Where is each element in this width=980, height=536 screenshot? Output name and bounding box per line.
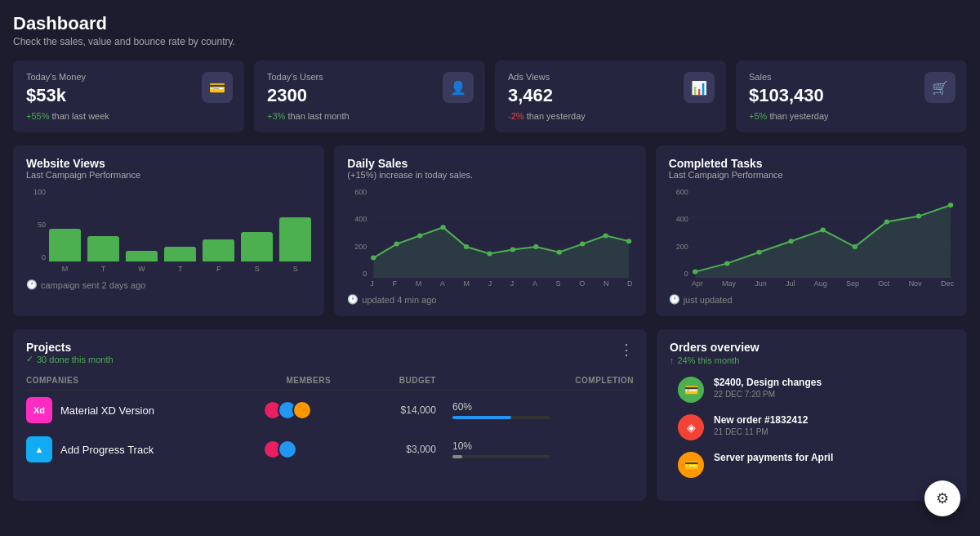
page-title: Dashboard <box>13 13 967 34</box>
daily-sales-title: Daily Sales <box>347 157 632 170</box>
bar-item <box>126 251 158 262</box>
col-companies: COMPANIES <box>26 371 263 391</box>
bottom-row: Projects ✓ 30 done this month ⋮ COMPANIE… <box>13 329 967 501</box>
month-label: M <box>463 279 470 288</box>
gear-icon: ⚙ <box>936 489 949 507</box>
company-icon: Xd <box>26 397 52 423</box>
month-label: Jul <box>786 279 795 288</box>
projects-header: Projects ✓ 30 done this month ⋮ <box>26 341 634 364</box>
svg-point-14 <box>604 233 608 238</box>
month-label: S <box>556 279 561 288</box>
bar-item <box>164 247 196 261</box>
bar-item <box>49 229 81 262</box>
website-views-card: Website Views Last Campaign Performance … <box>13 145 324 316</box>
bar-x-labels: MTWTFSS <box>26 265 311 273</box>
bar-x-label: T <box>87 265 119 273</box>
svg-point-25 <box>852 244 857 249</box>
month-label: Jun <box>755 279 767 288</box>
settings-fab[interactable]: ⚙ <box>924 480 960 516</box>
order-date: 21 DEC 11 PM <box>714 427 954 436</box>
month-label: Nov <box>909 279 922 288</box>
svg-point-27 <box>915 214 920 219</box>
month-label: A <box>532 279 537 288</box>
bar-y-labels: 100500 <box>26 188 46 261</box>
bar-x-label: W <box>126 265 158 273</box>
change-pct-money: +55% <box>26 111 49 121</box>
stat-card-sales: Sales $103,430 +5% than yesterday 🛒 <box>736 60 967 132</box>
month-label: Apr <box>692 279 703 288</box>
order-item: 💳 $2400, Design changes 22 DEC 7:20 PM <box>678 377 954 403</box>
month-label: F <box>392 279 397 288</box>
change-label-users: than last month <box>287 111 349 121</box>
bar-item <box>241 232 273 261</box>
website-views-subtitle: Last Campaign Performance <box>26 170 311 180</box>
completed-tasks-chart: 6004002000 <box>669 188 954 278</box>
month-label: May <box>722 279 736 288</box>
order-info: $2400, Design changes 22 DEC 7:20 PM <box>714 377 954 399</box>
month-label: A <box>440 279 445 288</box>
bar-x-label: S <box>279 265 311 273</box>
order-name: $2400, Design changes <box>714 377 954 388</box>
stat-label-money: Today's Money <box>26 72 231 82</box>
bar-x-label: T <box>164 265 196 273</box>
daily-sales-subtitle: (+15%) increase in today sales. <box>347 170 632 180</box>
svg-point-21 <box>724 261 729 266</box>
projects-done: ✓ 30 done this month <box>26 354 114 364</box>
stat-value-users: 2300 <box>267 85 472 106</box>
order-info: New order #1832412 21 DEC 11 PM <box>714 414 954 436</box>
completion-cell: 10% <box>452 430 634 469</box>
month-label: Dec <box>941 279 954 288</box>
month-label: N <box>604 279 609 288</box>
orders-timeline: 💳 $2400, Design changes 22 DEC 7:20 PM ◈… <box>670 377 954 478</box>
stat-label-users: Today's Users <box>267 72 472 82</box>
svg-point-20 <box>693 270 697 275</box>
col-budget: BUDGET <box>354 371 452 391</box>
month-label: Sep <box>846 279 859 288</box>
avatar <box>292 400 312 420</box>
bar-item <box>87 236 119 262</box>
page-subtitle: Check the sales, value and bounce rate b… <box>13 36 967 47</box>
order-date: 22 DEC 7:20 PM <box>714 390 954 399</box>
month-label: J <box>510 279 514 288</box>
company-icon: ▲ <box>26 436 52 462</box>
svg-point-10 <box>510 247 515 252</box>
change-pct-sales: +5% <box>749 111 767 121</box>
stat-change-sales: +5% than yesterday <box>749 111 954 121</box>
stat-label-sales: Sales <box>749 72 954 82</box>
bar-chart: 100500 <box>26 188 311 261</box>
projects-table: COMPANIES MEMBERS BUDGET COMPLETION Xd M… <box>26 371 634 469</box>
members-cell <box>263 391 354 431</box>
completed-tasks-x: AprMayJunJulAugSepOctNovDec <box>669 279 954 288</box>
completed-tasks-card: Completed Tasks Last Campaign Performanc… <box>656 145 967 316</box>
daily-sales-x: JFMAMJJASOND <box>347 279 632 288</box>
company-name: Material XD Version <box>60 404 154 417</box>
company-name: Add Progress Track <box>60 444 154 456</box>
daily-sales-chart: 6004002000 <box>347 188 632 278</box>
svg-point-12 <box>557 250 562 255</box>
stat-icon-money: 💳 <box>202 72 233 103</box>
main-content: Dashboard Check the sales, value and bou… <box>0 0 980 536</box>
website-views-title: Website Views <box>26 157 311 170</box>
company-cell: ▲ Add Progress Track <box>26 430 263 469</box>
daily-sales-footer: 🕐 updated 4 min ago <box>347 294 632 305</box>
svg-point-7 <box>441 225 446 230</box>
order-name: New order #1832412 <box>714 414 954 426</box>
order-info: Server payments for April <box>714 452 954 463</box>
stat-icon-sales: 🛒 <box>924 72 956 103</box>
projects-title: Projects <box>26 341 114 354</box>
bar-x-label: S <box>241 265 273 273</box>
completion-cell: 60% <box>452 391 634 431</box>
stat-cards-row: Today's Money $53k +55% than last week 💳… <box>13 60 967 132</box>
website-views-footer: 🕐 campaign sent 2 days ago <box>26 279 311 290</box>
svg-point-24 <box>820 228 825 233</box>
stat-change-money: +55% than last week <box>26 111 231 121</box>
month-label: D <box>627 279 633 288</box>
projects-menu-button[interactable]: ⋮ <box>619 341 634 359</box>
budget-cell: $14,000 <box>354 391 452 431</box>
change-pct-ads: -2% <box>508 111 524 121</box>
stat-label-ads: Ads Views <box>508 72 713 82</box>
projects-title-group: Projects ✓ 30 done this month <box>26 341 114 364</box>
month-label: J <box>370 279 374 288</box>
svg-point-22 <box>756 250 761 255</box>
bar-item <box>279 217 311 261</box>
